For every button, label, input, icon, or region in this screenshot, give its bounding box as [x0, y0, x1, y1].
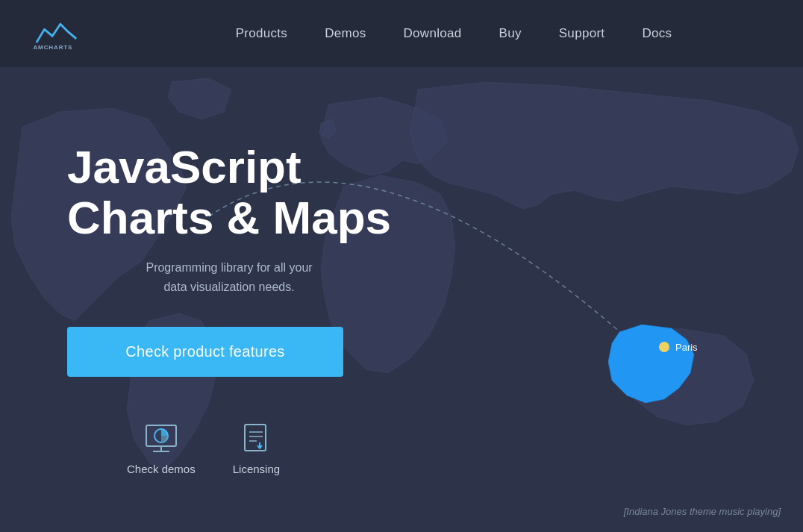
svg-text:Paris: Paris	[675, 342, 698, 353]
logo[interactable]: AMCHARTS	[30, 17, 90, 51]
licensing-item[interactable]: Licensing	[233, 422, 280, 475]
licensing-label: Licensing	[233, 463, 280, 475]
bottom-icons: Check demos Licensing	[127, 422, 391, 475]
nav-products[interactable]: Products	[236, 26, 288, 41]
check-demos-label: Check demos	[127, 463, 196, 475]
nav-support[interactable]: Support	[559, 26, 605, 41]
header: AMCHARTS Products Demos Download Buy Sup…	[0, 0, 803, 67]
check-demos-item[interactable]: Check demos	[127, 422, 196, 475]
hero-title: JavaScript Charts & Maps	[67, 142, 391, 243]
hero-subtitle: Programming library for all yourdata vis…	[67, 258, 391, 296]
cta-button[interactable]: Check product features	[67, 327, 343, 377]
nav-download[interactable]: Download	[404, 26, 462, 41]
hero-content: JavaScript Charts & Maps Programming lib…	[67, 142, 391, 475]
main-nav: Products Demos Download Buy Support Docs	[134, 26, 773, 41]
indiana-jones-text: [Indiana Jones theme music playing]	[624, 506, 781, 517]
check-demos-icon	[143, 422, 180, 455]
svg-text:AMCHARTS: AMCHARTS	[33, 43, 72, 50]
logo-icon: AMCHARTS	[30, 17, 90, 51]
hero-section: Paris JavaScript Charts & Maps Programmi…	[0, 67, 803, 532]
nav-docs[interactable]: Docs	[642, 26, 672, 41]
nav-buy[interactable]: Buy	[499, 26, 522, 41]
nav-demos[interactable]: Demos	[325, 26, 366, 41]
svg-point-2	[659, 342, 669, 352]
svg-rect-8	[245, 425, 266, 451]
licensing-icon	[237, 422, 275, 455]
